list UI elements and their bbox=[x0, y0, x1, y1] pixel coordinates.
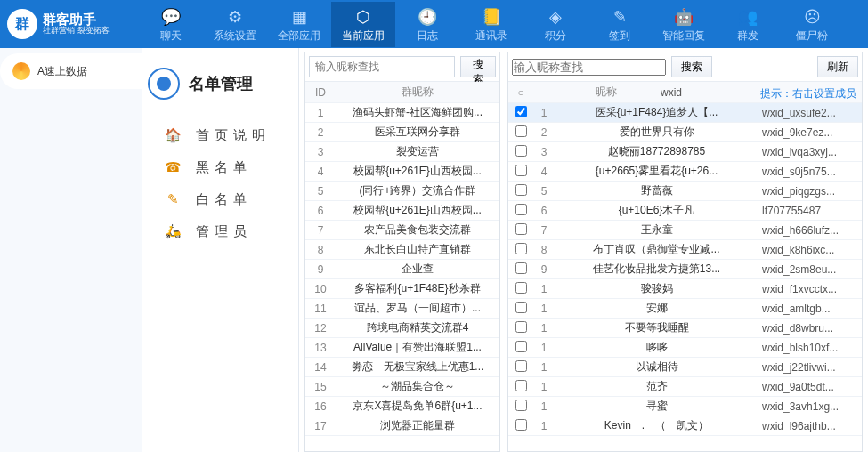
member-row[interactable]: 8布丁肖叹（鼎御堂专业减...wxid_k8h6ixc... bbox=[508, 240, 862, 260]
module-nav-白名单[interactable]: ✎白名单 bbox=[148, 183, 293, 215]
member-row[interactable]: 4{u+2665}雾里看花{u+26...wxid_s0j5n75... bbox=[508, 162, 862, 182]
member-checkbox[interactable] bbox=[515, 184, 527, 196]
member-row[interactable]: 1医采{u+1F484}追梦人【...wxid_uxsufe2... bbox=[508, 103, 862, 123]
group-row[interactable]: 14劵恋—无极宝家线上优惠1... bbox=[305, 358, 499, 377]
nav-当前应用[interactable]: ⬡当前应用 bbox=[331, 2, 395, 47]
module-nav-管理员[interactable]: 🛵管理员 bbox=[148, 215, 293, 247]
group-row[interactable]: 15～潮品集合仓～ bbox=[305, 377, 499, 397]
member-checkbox[interactable] bbox=[515, 145, 527, 157]
group-row[interactable]: 7农产品美食包装交流群 bbox=[305, 221, 499, 240]
member-checkbox[interactable] bbox=[515, 262, 527, 274]
logo: 群 群客助手 社群营销 裂变拓客 bbox=[7, 9, 139, 39]
group-row[interactable]: 10多客福利{u+1F48E}秒杀群 bbox=[305, 279, 499, 299]
member-checkbox[interactable] bbox=[515, 282, 527, 294]
group-row[interactable]: 4校园帮{u+261E}山西校园... bbox=[305, 162, 499, 182]
app-header: 群 群客助手 社群营销 裂变拓客 💬聊天⚙系统设置▦全部应用⬡当前应用🕘日志📒通… bbox=[0, 0, 868, 48]
brand-subtitle: 社群营销 裂变拓客 bbox=[43, 27, 110, 36]
member-checkbox[interactable] bbox=[515, 302, 527, 313]
group-row[interactable]: 3裂变运营 bbox=[305, 142, 499, 162]
logo-badge-icon: 群 bbox=[7, 9, 37, 39]
hint-text: 提示：右击设置成员 bbox=[760, 83, 862, 101]
group-row[interactable]: 2医采互联网分享群 bbox=[305, 123, 499, 142]
nav-签到[interactable]: ✎签到 bbox=[588, 2, 652, 47]
member-row[interactable]: 3赵晓丽18772898785wxid_ivqa3xyj... bbox=[508, 142, 862, 162]
module-icon bbox=[148, 68, 180, 100]
data-icon bbox=[12, 62, 30, 80]
member-checkbox[interactable] bbox=[515, 204, 527, 215]
nav-日志[interactable]: 🕘日志 bbox=[395, 2, 459, 47]
group-row[interactable]: 16京东X喜提岛免单6群{u+1... bbox=[305, 397, 499, 416]
group-search-button[interactable]: 搜索 bbox=[460, 56, 496, 77]
group-row[interactable]: 8东北长白山特产直销群 bbox=[305, 240, 499, 260]
menu-icon: 🛵 bbox=[167, 223, 183, 239]
group-row[interactable]: 6校园帮{u+261E}山西校园... bbox=[305, 201, 499, 221]
group-row[interactable]: 13AllValue｜有赞出海联盟1... bbox=[305, 338, 499, 358]
member-checkbox[interactable] bbox=[515, 321, 527, 333]
member-checkbox[interactable] bbox=[515, 165, 527, 176]
sidebar-item-data[interactable]: A速上数据 bbox=[0, 53, 142, 89]
member-row[interactable]: 1Kevin . （ 凯文）wxid_l96ajthb... bbox=[508, 416, 862, 436]
nav-僵尸粉[interactable]: ☹僵尸粉 bbox=[780, 2, 844, 47]
nav-icon: ☹ bbox=[780, 7, 844, 27]
nav-icon: 📒 bbox=[459, 7, 523, 27]
module-sidebar: 名单管理 🏠首页说明☎黑名单✎白名单🛵管理员 bbox=[142, 48, 299, 452]
module-nav-黑名单[interactable]: ☎黑名单 bbox=[148, 151, 293, 183]
groups-panel: 搜索 ID 群昵称 1渔码头虾蟹-社区海鲜团购...2医采互联网分享群3裂变运营… bbox=[304, 52, 500, 452]
col-groupname: 群昵称 bbox=[336, 85, 499, 100]
nav-icon: ◈ bbox=[523, 7, 588, 27]
top-nav: 💬聊天⚙系统设置▦全部应用⬡当前应用🕘日志📒通讯录◈积分✎签到🤖智能回复👥群发☹… bbox=[139, 2, 861, 47]
member-row[interactable]: 9佳艺化妆品批发方捷第13...wxid_2sm8eu... bbox=[508, 260, 862, 279]
nav-群发[interactable]: 👥群发 bbox=[716, 2, 780, 47]
left-sidebar: A速上数据 bbox=[0, 48, 142, 452]
group-row[interactable]: 11谊品、罗马（一间超市）... bbox=[305, 299, 499, 319]
group-row[interactable]: 5(同行+跨界）交流合作群 bbox=[305, 182, 499, 201]
nav-通讯录[interactable]: 📒通讯录 bbox=[459, 2, 523, 47]
group-row[interactable]: 17浏览器正能量群 bbox=[305, 416, 499, 436]
member-checkbox[interactable] bbox=[515, 360, 527, 372]
nav-智能回复[interactable]: 🤖智能回复 bbox=[652, 2, 716, 47]
member-row[interactable]: 6{u+10E6}木子凡lf707755487 bbox=[508, 201, 862, 221]
member-search-button[interactable]: 搜索 bbox=[671, 56, 712, 77]
refresh-button[interactable]: 刷新 bbox=[817, 56, 858, 77]
member-row[interactable]: 2爱的世界只有你wxid_9ke7ez... bbox=[508, 123, 862, 142]
group-search-input[interactable] bbox=[309, 56, 455, 77]
members-panel: 搜索 刷新 ○ 昵称 wxid 提示：右击设置成员 1医采{u+1F484}追梦… bbox=[507, 52, 863, 452]
member-row[interactable]: 1哆哆wxid_blsh10xf... bbox=[508, 338, 862, 358]
nav-全部应用[interactable]: ▦全部应用 bbox=[267, 2, 331, 47]
module-title: 名单管理 bbox=[189, 73, 253, 94]
member-search-input[interactable] bbox=[512, 59, 666, 76]
member-checkbox[interactable] bbox=[515, 341, 527, 352]
menu-icon: ☎ bbox=[167, 159, 183, 175]
member-checkbox[interactable] bbox=[515, 223, 527, 235]
col-wxid: wxid bbox=[657, 86, 760, 99]
member-row[interactable]: 1范齐wxid_9a0t5dt... bbox=[508, 377, 862, 397]
nav-系统设置[interactable]: ⚙系统设置 bbox=[203, 2, 267, 47]
member-row[interactable]: 5野蔷薇wxid_piqgzgs... bbox=[508, 182, 862, 201]
member-row[interactable]: 1寻蜜wxid_3avh1xg... bbox=[508, 397, 862, 416]
member-row[interactable]: 1不要等我睡醒wxid_d8wbru... bbox=[508, 319, 862, 338]
nav-icon: ⬡ bbox=[331, 7, 395, 27]
col-check[interactable]: ○ bbox=[508, 86, 533, 99]
module-nav-首页说明[interactable]: 🏠首页说明 bbox=[148, 119, 293, 151]
group-row[interactable]: 1渔码头虾蟹-社区海鲜团购... bbox=[305, 103, 499, 123]
member-checkbox[interactable] bbox=[515, 125, 527, 137]
nav-icon: 👥 bbox=[716, 7, 780, 27]
nav-icon: 🤖 bbox=[652, 7, 716, 27]
member-row[interactable]: 7王永童wxid_h666lufz... bbox=[508, 221, 862, 240]
member-row[interactable]: 1以诚相待wxid_j22tlivwi... bbox=[508, 358, 862, 377]
menu-icon: ✎ bbox=[167, 191, 183, 207]
member-row[interactable]: 1安娜wxid_amltgb... bbox=[508, 299, 862, 319]
member-row[interactable]: 1骏骏妈wxid_f1xvcctx... bbox=[508, 279, 862, 299]
member-checkbox[interactable] bbox=[515, 243, 527, 254]
member-checkbox[interactable] bbox=[515, 106, 527, 117]
brand-title: 群客助手 bbox=[43, 12, 110, 28]
nav-积分[interactable]: ◈积分 bbox=[523, 2, 588, 47]
member-checkbox[interactable] bbox=[515, 419, 527, 431]
group-row[interactable]: 9企业查 bbox=[305, 260, 499, 279]
member-checkbox[interactable] bbox=[515, 400, 527, 411]
menu-icon: 🏠 bbox=[167, 127, 183, 143]
nav-icon: 💬 bbox=[139, 7, 203, 27]
nav-聊天[interactable]: 💬聊天 bbox=[139, 2, 203, 47]
member-checkbox[interactable] bbox=[515, 380, 527, 391]
group-row[interactable]: 12跨境电商精英交流群4 bbox=[305, 319, 499, 338]
